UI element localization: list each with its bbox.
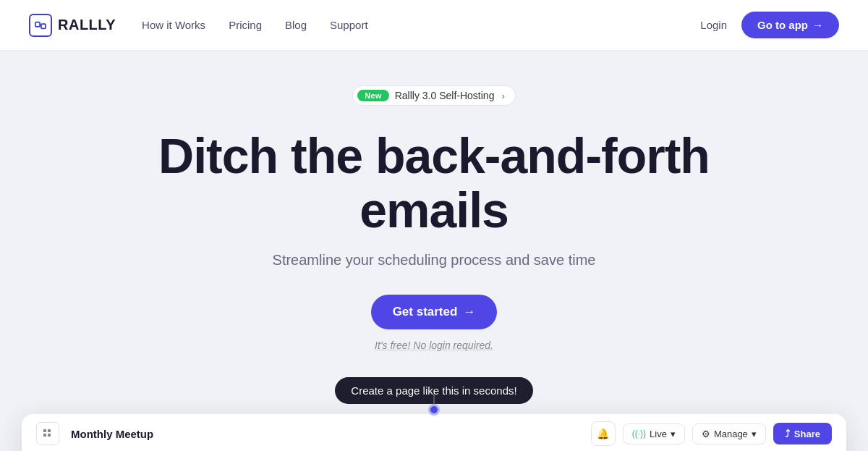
nav-link-support[interactable]: Support — [330, 19, 368, 31]
live-chevron: ▾ — [671, 429, 676, 439]
svg-rect-2 — [43, 429, 46, 432]
login-link[interactable]: Login — [700, 19, 727, 31]
nav-right: Login Go to app → — [700, 12, 839, 38]
share-icon: ⤴ — [785, 428, 790, 439]
manage-button[interactable]: ⚙ Manage ▾ — [692, 423, 766, 444]
tooltip-bubble: Create a page like this in seconds! — [335, 377, 532, 404]
hero-subtitle: Streamline your scheduling process and s… — [273, 252, 596, 269]
announcement-arrow: › — [501, 90, 504, 101]
hero-title: Ditch the back-and-forth emails — [137, 129, 731, 237]
share-button[interactable]: ⤴ Share — [773, 423, 832, 444]
menu-icon-svg — [43, 429, 53, 439]
tooltip-text: Create a page like this in seconds! — [351, 384, 516, 397]
tooltip-dot — [428, 404, 440, 416]
navbar: RALLLY How it Works Pricing Blog Support… — [0, 0, 868, 51]
go-to-app-arrow: → — [812, 19, 823, 31]
announcement-banner[interactable]: New Rallly 3.0 Self-Hosting › — [352, 85, 516, 106]
live-label: Live — [650, 429, 667, 439]
get-started-button[interactable]: Get started → — [371, 295, 498, 329]
gear-icon: ⚙ — [702, 429, 710, 439]
svg-rect-4 — [48, 429, 51, 432]
hero-section: New Rallly 3.0 Self-Hosting › Ditch the … — [0, 51, 868, 451]
logo-text: RALLLY — [58, 17, 116, 33]
demo-wrapper: Create a page like this in seconds! Mo — [0, 377, 868, 451]
app-topbar-left: Monthly Meetup — [36, 422, 153, 445]
app-topbar-right: 🔔 ((·)) Live ▾ ⚙ Manage ▾ ⤴ Share — [591, 421, 832, 446]
logo-icon — [29, 14, 52, 37]
free-text: It's free! No login required. — [375, 340, 493, 351]
svg-rect-5 — [48, 434, 51, 437]
app-topbar: Monthly Meetup 🔔 ((·)) Live ▾ ⚙ Manage ▾ — [22, 414, 846, 451]
app-page-name: Monthly Meetup — [71, 428, 153, 440]
nav-item-support[interactable]: Support — [330, 19, 368, 32]
nav-item-blog[interactable]: Blog — [285, 19, 307, 32]
manage-chevron: ▾ — [752, 429, 757, 439]
nav-item-how-it-works[interactable]: How it Works — [142, 19, 205, 32]
live-button[interactable]: ((·)) Live ▾ — [623, 423, 685, 444]
logo-svg — [35, 20, 46, 31]
nav-link-blog[interactable]: Blog — [285, 19, 307, 31]
live-radio-icon: ((·)) — [632, 429, 646, 439]
bell-button[interactable]: 🔔 — [591, 421, 616, 446]
app-preview: Monthly Meetup 🔔 ((·)) Live ▾ ⚙ Manage ▾ — [22, 414, 846, 451]
share-label: Share — [794, 429, 820, 439]
svg-rect-3 — [43, 434, 46, 437]
nav-links: How it Works Pricing Blog Support — [142, 19, 368, 32]
svg-rect-1 — [41, 24, 46, 28]
get-started-label: Get started — [393, 305, 458, 319]
logo[interactable]: RALLLY — [29, 14, 116, 37]
go-to-app-label: Go to app — [757, 19, 808, 31]
get-started-arrow: → — [463, 305, 475, 319]
nav-link-pricing[interactable]: Pricing — [229, 19, 262, 31]
grid-icon[interactable] — [36, 422, 59, 445]
nav-left: RALLLY How it Works Pricing Blog Support — [29, 14, 368, 37]
svg-rect-0 — [35, 22, 40, 26]
nav-item-pricing[interactable]: Pricing — [229, 19, 262, 32]
bell-icon: 🔔 — [597, 428, 609, 439]
manage-label: Manage — [714, 429, 748, 439]
announcement-text: Rallly 3.0 Self-Hosting — [395, 90, 495, 101]
new-badge: New — [357, 90, 389, 101]
go-to-app-button[interactable]: Go to app → — [741, 12, 839, 38]
nav-link-how-it-works[interactable]: How it Works — [142, 19, 205, 31]
